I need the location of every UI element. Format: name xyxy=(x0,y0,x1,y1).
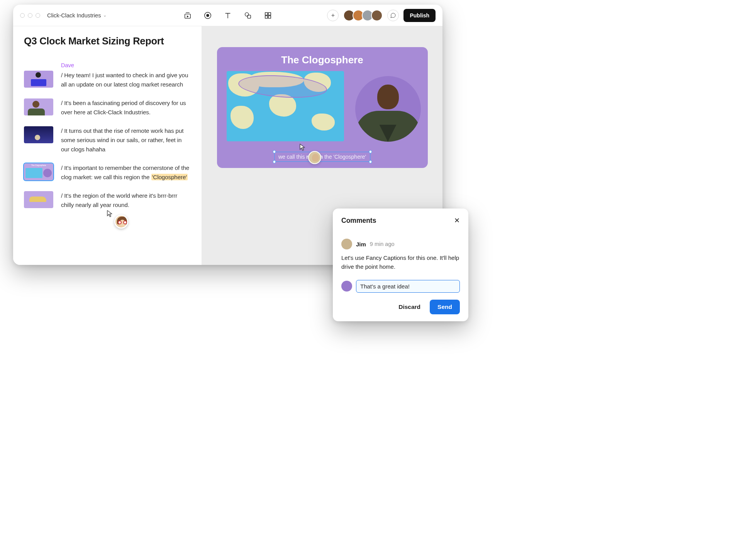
avatar xyxy=(341,281,352,292)
scene-thumbnail-selected[interactable]: The Clogosphere xyxy=(24,163,53,180)
script-line[interactable]: / It's the region of the world where it'… xyxy=(61,191,191,210)
script-line[interactable]: / It turns out that the rise of remote w… xyxy=(61,126,191,154)
add-collaborator-button[interactable]: + xyxy=(327,10,339,21)
workspace-switcher[interactable]: Click-Clack Industries ⌄ xyxy=(47,12,107,19)
highlighted-text[interactable]: 'Clogosphere' xyxy=(151,174,188,180)
chevron-down-icon: ⌄ xyxy=(103,13,107,18)
collaborator-chip-avatar xyxy=(308,151,321,164)
page-title: Q3 Clock Market Sizing Report xyxy=(24,36,191,47)
scene-thumbnail[interactable] xyxy=(24,126,53,143)
avatar[interactable] xyxy=(371,10,383,21)
script-line[interactable]: / It's been a fascinating period of disc… xyxy=(61,98,191,117)
comments-panel: Comments ✕ Jim 9 min ago Let's use Fancy… xyxy=(333,209,468,321)
collaborator-avatars xyxy=(343,10,383,21)
minimize-dot[interactable] xyxy=(28,13,32,18)
svg-rect-9 xyxy=(265,12,268,15)
script-row[interactable]: / It turns out that the rise of remote w… xyxy=(24,126,191,154)
script-row[interactable]: The Clogosphere / It's important to reme… xyxy=(24,163,191,182)
svg-marker-2 xyxy=(187,15,189,18)
topbar-right: + Publish xyxy=(327,9,436,22)
publish-button[interactable]: Publish xyxy=(403,9,436,22)
script-row[interactable]: / Hey team! I just wanted to check in an… xyxy=(24,71,191,89)
avatar xyxy=(341,239,352,249)
comments-button[interactable] xyxy=(387,10,399,21)
cursor-icon xyxy=(107,210,114,217)
map-graphic[interactable] xyxy=(227,71,344,141)
tool-cluster xyxy=(183,11,272,20)
slide-title[interactable]: The Clogosphere xyxy=(217,47,428,66)
grid-tool-icon[interactable] xyxy=(264,11,272,20)
script-line[interactable]: / It's important to remember the corners… xyxy=(61,163,191,182)
zoom-dot[interactable] xyxy=(36,13,40,18)
author-label: Dave xyxy=(61,62,191,68)
script-line[interactable]: / Hey team! I just wanted to check in an… xyxy=(61,71,191,89)
caption-text-selected[interactable]: we call this region the 'Clogosphere' xyxy=(274,152,370,162)
script-row[interactable]: / It's been a fascinating period of disc… xyxy=(24,98,191,117)
scene-thumbnail[interactable] xyxy=(24,191,53,208)
cursor-icon xyxy=(300,144,307,151)
presenter-camera[interactable] xyxy=(355,76,421,142)
svg-point-4 xyxy=(206,14,209,17)
record-tool-icon[interactable] xyxy=(203,11,212,20)
script-row[interactable]: / It's the region of the world where it'… xyxy=(24,191,191,210)
comment-timestamp: 9 min ago xyxy=(370,241,395,247)
slide[interactable]: The Clogosphere we call this region xyxy=(217,47,428,168)
scenes-tool-icon[interactable] xyxy=(183,11,192,20)
comment-body: Let's use Fancy Captions for this one. I… xyxy=(341,253,460,271)
thumb-title: The Clogosphere xyxy=(24,164,53,166)
close-dot[interactable] xyxy=(20,13,25,18)
svg-rect-12 xyxy=(268,15,271,18)
workspace-name: Click-Clack Industries xyxy=(47,12,101,19)
reply-input[interactable] xyxy=(356,280,460,293)
send-button[interactable]: Send xyxy=(430,300,460,314)
collaborator-cursor-avatar xyxy=(114,215,128,229)
svg-point-7 xyxy=(245,12,249,16)
comment-author: Jim xyxy=(356,241,366,248)
text-tool-icon[interactable] xyxy=(224,11,232,20)
script-list: Dave / Hey team! I just wanted to check … xyxy=(24,62,191,210)
discard-button[interactable]: Discard xyxy=(393,300,426,314)
reply-row xyxy=(341,280,460,293)
svg-rect-11 xyxy=(265,15,268,18)
scene-thumbnail[interactable] xyxy=(24,71,53,88)
top-bar: Click-Clack Industries ⌄ + xyxy=(13,5,442,26)
window-controls xyxy=(20,13,40,18)
shapes-tool-icon[interactable] xyxy=(244,11,252,20)
scene-thumbnail[interactable] xyxy=(24,98,53,115)
comments-title: Comments xyxy=(341,217,376,225)
script-panel: Q3 Clock Market Sizing Report Dave / Hey… xyxy=(13,26,202,265)
close-icon[interactable]: ✕ xyxy=(454,216,460,225)
svg-rect-10 xyxy=(268,12,271,15)
comment-item: Jim 9 min ago Let's use Fancy Captions f… xyxy=(341,239,460,271)
